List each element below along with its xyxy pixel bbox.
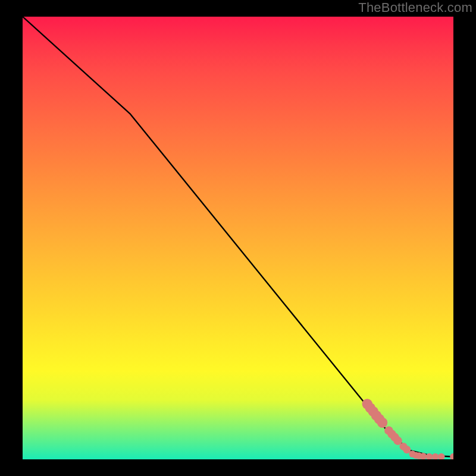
scatter-point (438, 453, 445, 459)
scatter-markers (362, 399, 453, 459)
scatter-point (377, 418, 387, 428)
scatter-point (450, 453, 453, 459)
plot-svg (23, 17, 453, 459)
curve-line (23, 17, 453, 457)
scatter-point (432, 453, 439, 459)
plot-area (23, 17, 453, 459)
attribution-label: TheBottleneck.com (358, 0, 472, 15)
chart-frame: TheBottleneck.com (0, 0, 476, 476)
